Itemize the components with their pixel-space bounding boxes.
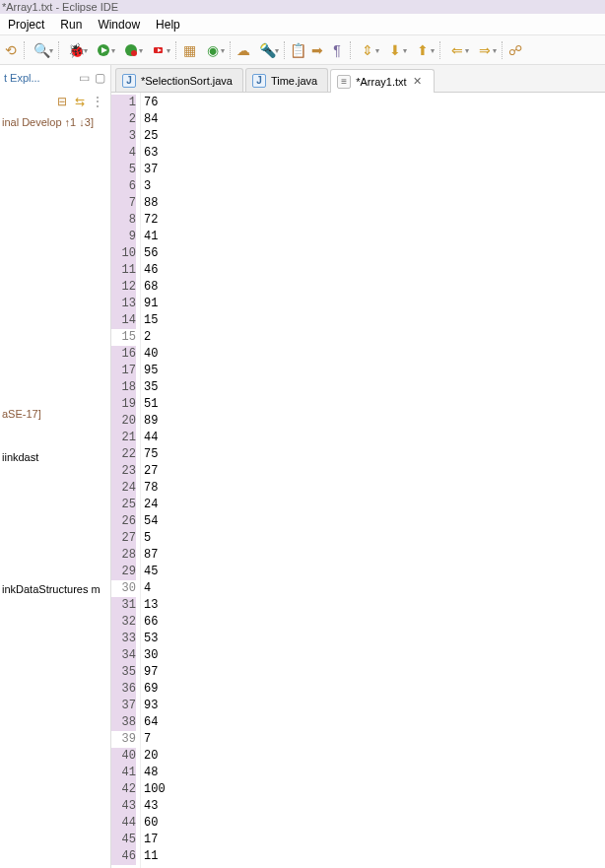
tree-item[interactable]: inal Develop ↑1 ↓3] [0, 114, 110, 130]
line-number: 22 [111, 446, 136, 463]
project-explorer: t Expl... ▭ ▢ ⊟ ⇆ ⋮ inal Develop ↑1 ↓3]a… [0, 65, 111, 868]
line-number: 29 [111, 564, 136, 580]
menu-run[interactable]: Run [52, 14, 90, 35]
line-number: 34 [111, 647, 136, 664]
line-number: 11 [111, 262, 136, 279]
link-editor-icon[interactable]: ⇆ [73, 95, 87, 108]
editor-line: 4 [144, 580, 605, 597]
run-icon[interactable] [91, 41, 116, 59]
view-header: t Expl... ▭ ▢ [0, 65, 110, 91]
editor-line: 48 [144, 765, 605, 781]
separator [439, 41, 440, 59]
editor-line: 63 [144, 145, 605, 162]
editor-line: 5 [144, 530, 605, 547]
editor-tab[interactable]: ≡*Array1.txt✕ [330, 69, 434, 93]
editor-tab[interactable]: J*SelectionSort.java [115, 68, 243, 92]
editor-line: 45 [144, 564, 605, 580]
editor-line: 93 [144, 698, 605, 714]
pilcrow-icon[interactable]: ¶ [328, 41, 346, 59]
line-number: 27 [111, 530, 136, 547]
line-number: 33 [111, 631, 136, 647]
view-title: t Expl... [4, 72, 40, 84]
window-title: *Array1.txt - Eclipse IDE [2, 1, 118, 13]
tab-label: *Array1.txt [356, 76, 406, 88]
editor-line: 35 [144, 379, 605, 396]
editor-line: 91 [144, 296, 605, 312]
editor-line: 89 [144, 413, 605, 430]
view-menu-icon[interactable]: ⋮ [91, 95, 104, 108]
editor-content[interactable]: 7684256337388724156466891152409535518944… [141, 93, 605, 868]
menubar: Project Run Window Help [0, 14, 605, 35]
line-number: 26 [111, 513, 136, 530]
separator [502, 41, 503, 59]
line-number: 8 [111, 212, 136, 229]
tree-item[interactable]: inkDataStructures m [0, 581, 110, 597]
editor-line: 43 [144, 798, 605, 815]
menu-help[interactable]: Help [148, 14, 188, 35]
open-type-icon[interactable]: ☁ [235, 41, 252, 59]
line-number: 44 [111, 815, 136, 832]
editor-line: 27 [144, 463, 605, 480]
editor-line: 87 [144, 547, 605, 564]
menu-project[interactable]: Project [0, 14, 52, 35]
back-icon[interactable]: ⇐ [444, 41, 470, 59]
editor-line: 72 [144, 212, 605, 229]
separator [24, 41, 25, 59]
editor-line: 56 [144, 245, 605, 262]
next-annotation-icon[interactable]: ⬇ [382, 41, 408, 59]
maximize-icon[interactable]: ▢ [93, 71, 106, 85]
editor-line: 78 [144, 480, 605, 497]
new-type-icon[interactable]: ◉ [200, 41, 226, 59]
editor-tab[interactable]: JTime.java [245, 68, 328, 92]
undo-icon[interactable]: ⟲ [2, 41, 20, 59]
svg-point-3 [131, 50, 137, 56]
editor-line: 53 [144, 631, 605, 647]
new-package-icon[interactable]: ▦ [180, 41, 198, 59]
goto-icon[interactable]: ➡ [308, 41, 326, 59]
file-text-icon: ≡ [337, 75, 351, 89]
editor-line: 24 [144, 497, 605, 513]
line-number: 20 [111, 413, 136, 430]
line-number: 43 [111, 798, 136, 815]
toggle-annotation-icon[interactable]: ⇕ [355, 41, 380, 59]
prev-annotation-icon[interactable]: ⬆ [410, 41, 436, 59]
line-number: 18 [111, 379, 136, 396]
line-number: 42 [111, 781, 136, 798]
editor-line: 76 [144, 95, 605, 111]
external-tools-icon[interactable] [146, 41, 171, 59]
separator [350, 41, 351, 59]
menu-window[interactable]: Window [90, 14, 148, 35]
task-icon[interactable]: 📋 [289, 41, 306, 59]
line-number: 35 [111, 664, 136, 681]
pin-icon[interactable]: ☍ [506, 41, 524, 59]
collapse-all-icon[interactable]: ⊟ [55, 95, 69, 108]
minimize-icon[interactable]: ▭ [77, 71, 91, 85]
editor-line: 84 [144, 111, 605, 128]
tab-label: *SelectionSort.java [141, 75, 233, 87]
view-toolbar: ⊟ ⇆ ⋮ [0, 91, 110, 112]
forward-icon[interactable]: ⇒ [472, 41, 498, 59]
debug-icon[interactable]: 🐞 [63, 41, 89, 59]
coverage-icon[interactable] [118, 41, 144, 59]
editor-line: 11 [144, 848, 605, 865]
view-header-icons: ▭ ▢ [77, 71, 106, 85]
line-number: 45 [111, 832, 136, 848]
editor-line: 13 [144, 597, 605, 614]
zoom-icon[interactable]: 🔍 [29, 41, 54, 59]
separator [175, 41, 176, 59]
line-number: 36 [111, 681, 136, 698]
line-number: 32 [111, 614, 136, 631]
separator [230, 41, 231, 59]
line-number: 10 [111, 245, 136, 262]
editor-line: 7 [144, 731, 605, 748]
editor-area: J*SelectionSort.javaJTime.java≡*Array1.t… [111, 65, 605, 868]
line-number: 7 [111, 195, 136, 212]
editor-line: 68 [144, 279, 605, 296]
editor-line: 17 [144, 832, 605, 848]
tree-item[interactable]: aSE-17] [0, 406, 110, 422]
tree-item[interactable]: iinkdast [0, 449, 110, 465]
editor-line: 2 [144, 329, 605, 346]
search-icon[interactable]: 🔦 [254, 41, 280, 59]
line-gutter: 1234567891011121314151617181920212223242… [111, 93, 141, 868]
close-icon[interactable]: ✕ [412, 76, 424, 88]
